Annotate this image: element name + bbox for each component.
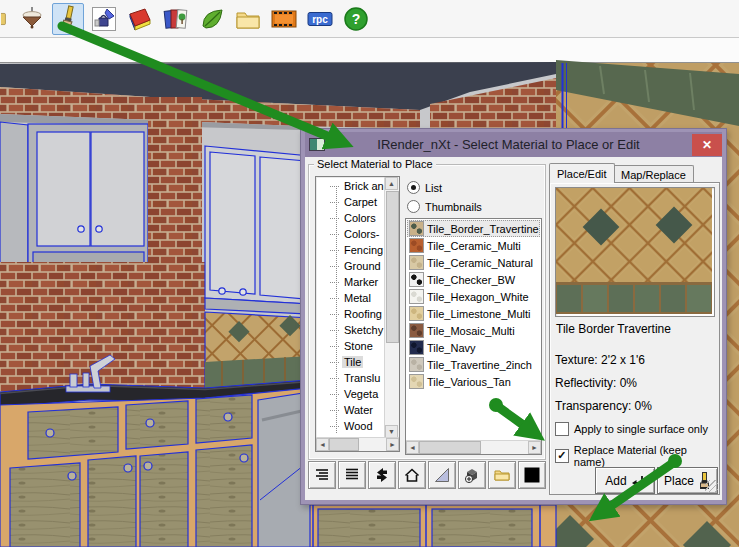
- chandelier-icon[interactable]: [16, 3, 48, 35]
- scroll-left-button[interactable]: ◄: [316, 438, 329, 451]
- tree-horizontal-scrollbar[interactable]: ◄ ►: [316, 437, 399, 451]
- replace-material-checkbox[interactable]: [555, 449, 569, 463]
- material-row[interactable]: Tile_Border_Travertine: [407, 220, 540, 237]
- dialog-titlebar[interactable]: IRender_nXt - Select Material to Place o…: [305, 132, 722, 157]
- material-thumbnail: [409, 374, 424, 389]
- texture-size-label: Texture: 2'2 x 1'6: [555, 353, 645, 367]
- material-row[interactable]: Tile_Mosaic_Multi: [407, 322, 540, 339]
- svg-text:?: ?: [352, 11, 361, 27]
- left-wall-panel: [0, 122, 28, 274]
- justify-lines-icon[interactable]: [338, 461, 366, 489]
- tab-content: Tile Border Travertine Texture: 2'2 x 1'…: [549, 182, 720, 495]
- tree-item[interactable]: Water: [316, 402, 384, 418]
- tree-item[interactable]: Sketchy: [316, 322, 384, 338]
- partial-icon[interactable]: [0, 3, 12, 35]
- radio-list[interactable]: [407, 181, 420, 194]
- material-preview: [555, 187, 715, 317]
- open-folder-icon[interactable]: [488, 461, 516, 489]
- color-swatch-icon[interactable]: [518, 461, 546, 489]
- resize-grip[interactable]: [705, 480, 718, 493]
- select-material-groupbox: Select Material to Place Brick an Carpet…: [308, 164, 546, 460]
- tree-item[interactable]: Marker: [316, 274, 384, 290]
- scroll-left-button[interactable]: ◄: [406, 441, 419, 454]
- material-list[interactable]: Tile_Border_Travertine Tile_Ceramic_Mult…: [405, 218, 542, 455]
- material-thumbnail: [409, 340, 424, 355]
- list-horizontal-scrollbar[interactable]: ◄ ►: [406, 440, 541, 454]
- app-toolbar: rpc ?: [0, 0, 739, 38]
- view-mode-thumbnails[interactable]: Thumbnails: [407, 200, 482, 213]
- leaf-icon[interactable]: [196, 3, 228, 35]
- tree-item[interactable]: Stone: [316, 338, 384, 354]
- tree-vertical-scrollbar[interactable]: ▲ ▼: [384, 177, 399, 438]
- book-icon[interactable]: [124, 3, 156, 35]
- scroll-up-button[interactable]: ▲: [385, 177, 398, 190]
- add-box-icon[interactable]: [458, 461, 486, 489]
- rpc-icon[interactable]: rpc: [304, 3, 336, 35]
- tree-item-tile[interactable]: Tile: [316, 354, 384, 370]
- replace-material-option[interactable]: Replace Material (keep name): [555, 444, 719, 468]
- folder-icon[interactable]: [232, 3, 264, 35]
- material-thumbnail: [409, 255, 424, 270]
- material-thumbnail: [409, 221, 424, 236]
- triangle-icon[interactable]: [428, 461, 456, 489]
- place-edit-panel: Place/Edit Map/Replace: [549, 163, 720, 495]
- scroll-thumb[interactable]: [419, 441, 481, 454]
- scroll-thumb[interactable]: [386, 191, 399, 343]
- material-row[interactable]: Tile_Navy: [407, 339, 540, 356]
- material-name-caption: Tile Border Travertine: [556, 322, 671, 336]
- material-category-tree[interactable]: Brick an Carpet Colors Colors- Fencing G…: [315, 176, 400, 452]
- add-corner-icon: [631, 474, 645, 488]
- scroll-right-button[interactable]: ►: [528, 441, 541, 454]
- transparency-label: Transparency: 0%: [555, 399, 652, 413]
- close-button[interactable]: ✕: [692, 134, 722, 156]
- material-row[interactable]: Tile_Various_Tan: [407, 373, 540, 390]
- tree-item[interactable]: Fencing: [316, 242, 384, 258]
- svg-text:rpc: rpc: [312, 13, 328, 24]
- tree-item[interactable]: Translu: [316, 370, 384, 386]
- scroll-thumb[interactable]: [329, 438, 359, 451]
- photo-albums-icon[interactable]: [160, 3, 192, 35]
- style-bag-icon[interactable]: [88, 3, 120, 35]
- material-row[interactable]: Tile_Travertine_2inch: [407, 356, 540, 373]
- material-thumbnail: [409, 238, 424, 253]
- tree-item[interactable]: Colors: [316, 210, 384, 226]
- tree-item[interactable]: Colors-: [316, 226, 384, 242]
- upper-cabinet-center: [205, 146, 310, 314]
- filmstrip-icon[interactable]: [268, 3, 300, 35]
- dialog-title: IRender_nXt - Select Material to Place o…: [325, 137, 692, 152]
- material-thumbnail: [409, 289, 424, 304]
- material-row[interactable]: Tile_Checker_BW: [407, 271, 540, 288]
- radio-thumbnails[interactable]: [407, 200, 420, 213]
- dialog-bottom-toolbar: [308, 461, 548, 489]
- material-dialog: IRender_nXt - Select Material to Place o…: [300, 128, 727, 505]
- apply-single-checkbox[interactable]: [555, 422, 569, 436]
- paint-material-icon[interactable]: [52, 3, 84, 35]
- groupbox-label: Select Material to Place: [314, 158, 436, 170]
- material-thumbnail: [409, 306, 424, 321]
- tree-item[interactable]: Carpet: [316, 194, 384, 210]
- material-row[interactable]: Tile_Limestone_Multi: [407, 305, 540, 322]
- material-thumbnail: [409, 323, 424, 338]
- refresh-icon[interactable]: [368, 461, 396, 489]
- material-row[interactable]: Tile_Hexagon_White: [407, 288, 540, 305]
- tree-item[interactable]: Ground: [316, 258, 384, 274]
- material-row[interactable]: Tile_Ceramic_Natural: [407, 254, 540, 271]
- tree-item[interactable]: Roofing: [316, 306, 384, 322]
- upper-cabinet-left: [28, 124, 148, 264]
- scroll-right-button[interactable]: ►: [386, 438, 399, 451]
- material-row[interactable]: Tile_Ceramic_Multi: [407, 237, 540, 254]
- tree-item[interactable]: Wood: [316, 418, 384, 434]
- align-lines-icon[interactable]: [308, 461, 336, 489]
- tab-map-replace[interactable]: Map/Replace: [613, 165, 694, 183]
- add-button[interactable]: Add: [595, 467, 655, 494]
- help-icon[interactable]: ?: [340, 3, 372, 35]
- tree-item[interactable]: Metal: [316, 290, 384, 306]
- tree-item[interactable]: Vegeta: [316, 386, 384, 402]
- tree-item[interactable]: Brick an: [316, 178, 384, 194]
- tab-place-edit[interactable]: Place/Edit: [549, 163, 615, 183]
- dialog-body: Select Material to Place Brick an Carpet…: [305, 157, 722, 500]
- apply-single-surface-option[interactable]: Apply to single surface only: [555, 422, 708, 436]
- view-mode-list[interactable]: List: [407, 181, 442, 194]
- home-icon[interactable]: [398, 461, 426, 489]
- material-thumbnail: [409, 357, 424, 372]
